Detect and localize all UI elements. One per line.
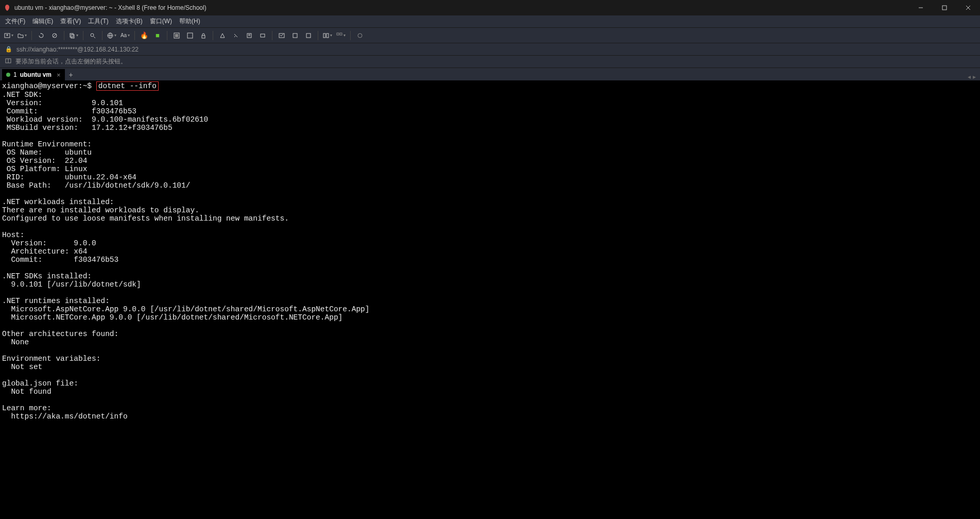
clear-button[interactable] [230, 30, 242, 41]
transparency-button[interactable] [184, 30, 196, 41]
toolbar-separator [102, 31, 102, 40]
window-title: ubuntu vm - xianghao@myserver: ~ - Xshel… [14, 4, 909, 11]
xagent-button[interactable]: ■ [152, 30, 163, 41]
session-address[interactable]: ssh://xianghao:********@192.168.241.130:… [16, 46, 139, 53]
lock-icon: 🔒 [5, 46, 12, 53]
highlight-button[interactable] [217, 30, 228, 41]
svg-point-11 [91, 34, 94, 37]
svg-line-12 [94, 37, 95, 38]
quick-button-1[interactable] [289, 30, 301, 41]
toolbar-separator [64, 31, 64, 40]
svg-rect-30 [337, 33, 339, 35]
menu-help[interactable]: 帮助(H) [179, 17, 200, 26]
lock-button[interactable] [198, 30, 209, 41]
svg-rect-31 [340, 33, 342, 35]
xftp-button[interactable]: 🔥 [139, 30, 150, 41]
menu-tabs[interactable]: 选项卡(B) [116, 17, 143, 26]
search-button[interactable] [87, 30, 98, 41]
arrange-button[interactable] [335, 30, 347, 41]
terminal-output: .NET SDK: Version: 9.0.101 Commit: f3034… [2, 91, 978, 421]
shell-prompt: xianghao@myserver:~$ [2, 82, 92, 90]
menubar: 文件(F) 编辑(E) 查看(V) 工具(T) 选项卡(B) 窗口(W) 帮助(… [0, 15, 980, 28]
svg-point-32 [358, 34, 362, 38]
hint-text: 要添加当前会话，点击左侧的箭头按钮。 [15, 57, 127, 66]
address-bar: 🔒 ssh://xianghao:********@192.168.241.13… [0, 43, 980, 56]
tab-nav-right[interactable]: ▸ [973, 73, 976, 80]
svg-rect-17 [175, 34, 178, 37]
tab-close-button[interactable]: × [57, 71, 61, 79]
svg-rect-18 [187, 33, 193, 38]
hint-icon [5, 58, 11, 65]
svg-rect-28 [323, 34, 325, 38]
svg-line-8 [53, 34, 56, 37]
log-button[interactable] [244, 30, 255, 41]
disconnect-button[interactable] [49, 30, 60, 41]
new-tab-button[interactable]: + [65, 69, 77, 80]
send-button[interactable] [276, 30, 287, 41]
app-icon [3, 4, 11, 12]
font-button[interactable]: Aa [119, 30, 131, 41]
terminal-area[interactable]: xianghao@myserver:~$ dotnet --info .NET … [0, 80, 980, 519]
minimize-button[interactable] [909, 0, 933, 15]
menu-view[interactable]: 查看(V) [60, 17, 81, 26]
capture-button[interactable] [257, 30, 268, 41]
tab-bar: 1 ubuntu vm × + ◂ ▸ [0, 68, 980, 80]
split-button[interactable] [322, 30, 333, 41]
toolbar-separator [272, 31, 272, 40]
svg-rect-27 [306, 34, 311, 38]
hint-bar: 要添加当前会话，点击左侧的箭头按钮。 [0, 56, 980, 68]
svg-rect-9 [70, 34, 73, 37]
chat-button[interactable] [354, 30, 366, 41]
new-session-button[interactable] [3, 30, 14, 41]
toolbar-separator [350, 31, 351, 40]
toolbar-separator [134, 31, 135, 40]
menu-edit[interactable]: 编辑(E) [32, 17, 53, 26]
command-highlight: dotnet --info [96, 81, 159, 91]
menu-tools[interactable]: 工具(T) [88, 17, 108, 26]
copy-button[interactable] [68, 30, 79, 41]
toolbar-separator [213, 31, 213, 40]
tab-nav-left[interactable]: ◂ [968, 73, 971, 80]
open-session-button[interactable] [16, 30, 28, 41]
encoding-button[interactable] [106, 30, 117, 41]
menu-window[interactable]: 窗口(W) [150, 17, 172, 26]
svg-rect-19 [202, 36, 205, 38]
menu-file[interactable]: 文件(F) [5, 17, 25, 26]
maximize-button[interactable] [933, 0, 956, 15]
fullscreen-button[interactable] [171, 30, 182, 41]
toolbar-separator [31, 31, 32, 40]
quick-button-2[interactable] [303, 30, 314, 41]
tab-index: 1 [13, 71, 17, 78]
svg-rect-29 [326, 34, 329, 38]
close-button[interactable] [956, 0, 980, 15]
tab-label: ubuntu vm [20, 71, 51, 78]
svg-rect-1 [942, 6, 947, 10]
session-tab[interactable]: 1 ubuntu vm × [2, 69, 65, 80]
toolbar: Aa 🔥 ■ [0, 28, 980, 43]
svg-rect-26 [293, 34, 297, 38]
toolbar-separator [83, 31, 83, 40]
toolbar-separator [167, 31, 167, 40]
svg-rect-10 [71, 35, 74, 38]
connection-status-icon [6, 73, 10, 77]
toolbar-separator [318, 31, 318, 40]
svg-rect-24 [261, 34, 265, 37]
window-titlebar: ubuntu vm - xianghao@myserver: ~ - Xshel… [0, 0, 980, 15]
reconnect-button[interactable] [36, 30, 47, 41]
